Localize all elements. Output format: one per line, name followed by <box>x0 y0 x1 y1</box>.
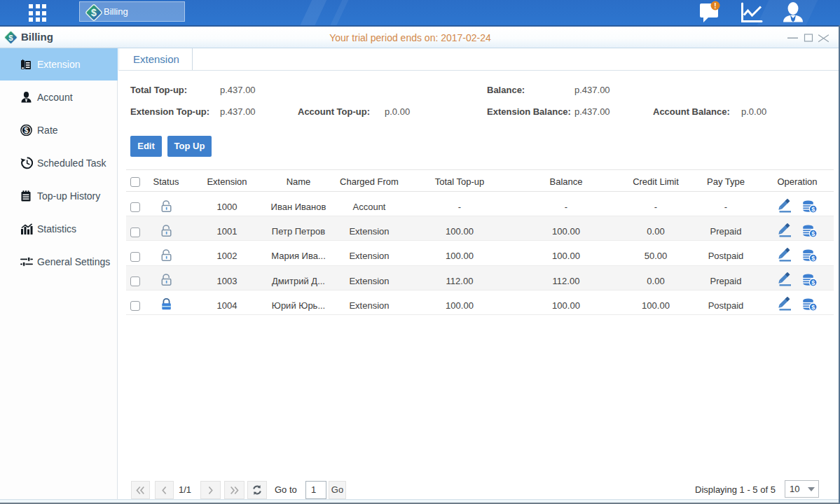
svg-text:$: $ <box>25 126 29 134</box>
svg-text:$: $ <box>811 279 815 286</box>
svg-text:$: $ <box>91 7 97 18</box>
svg-text:$: $ <box>811 206 815 213</box>
svg-text:$: $ <box>811 304 815 311</box>
svg-text:$: $ <box>811 255 815 262</box>
svg-text:!: ! <box>714 2 716 10</box>
svg-text:$: $ <box>811 230 815 237</box>
